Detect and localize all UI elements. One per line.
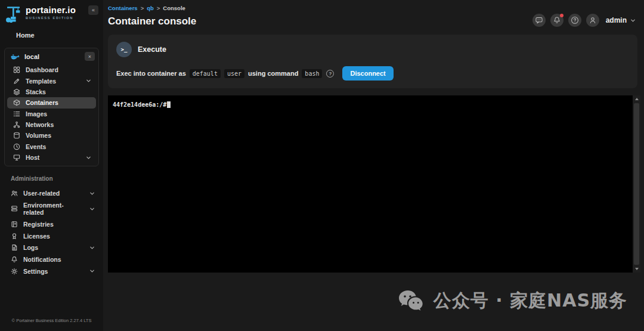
breadcrumb-separator: > — [141, 5, 144, 11]
users-icon — [11, 190, 18, 197]
notifications-icon — [11, 256, 18, 263]
sidebar-item-licenses[interactable]: Licenses — [0, 230, 103, 242]
close-icon[interactable]: × — [85, 52, 95, 61]
dashboard-icon — [13, 66, 20, 73]
sidebar-item-containers[interactable]: Containers — [7, 97, 96, 108]
chevron-down-icon — [86, 155, 91, 160]
logo-text: portainer.io BUSINESS EDITION — [26, 5, 76, 20]
sidebar: portainer.io BUSINESS EDITION « Home — [0, 0, 103, 331]
breadcrumb-separator: > — [157, 5, 160, 11]
settings-icon — [11, 268, 18, 275]
sidebar-item-user-related[interactable]: User-related — [0, 187, 103, 199]
sidebar-item-label: Licenses — [23, 233, 95, 240]
app-subtitle: BUSINESS EDITION — [26, 16, 76, 20]
terminal[interactable]: 44f2e14dee6a:/# — [108, 95, 633, 273]
user-menu[interactable]: admin — [606, 16, 636, 24]
description-text: Exec into container as — [116, 70, 186, 77]
chevron-down-icon — [89, 206, 95, 212]
sidebar-item-networks[interactable]: Networks — [7, 119, 96, 130]
help-icon — [571, 16, 579, 24]
breadcrumb: Containers>qb>Console — [108, 5, 637, 11]
sidebar-item-notifications[interactable]: Notifications — [0, 253, 103, 265]
code-chip: default — [190, 69, 221, 78]
administration-section: Administration User-relatedEnvironment-r… — [0, 175, 103, 277]
stacks-icon — [13, 88, 20, 95]
administration-menu: User-relatedEnvironment-relatedRegistrie… — [0, 187, 103, 277]
scroll-down-button[interactable] — [633, 265, 640, 273]
sidebar-item-label: Networks — [26, 121, 91, 128]
sidebar-item-label: Host — [26, 154, 80, 161]
sidebar-item-host[interactable]: Host — [7, 152, 96, 163]
wechat-icon — [398, 289, 425, 313]
bell-icon — [553, 16, 561, 24]
chevron-down-icon — [86, 78, 91, 83]
chevron-down-icon — [89, 245, 95, 250]
execute-panel: >_ Execute Exec into container asdefault… — [108, 35, 637, 88]
help-button[interactable] — [568, 14, 581, 27]
chevron-down-icon — [89, 191, 95, 196]
sidebar-item-label: Stacks — [26, 88, 91, 95]
environments-icon — [11, 205, 18, 212]
sidebar-item-label: User-related — [23, 190, 84, 197]
networks-icon — [13, 121, 20, 128]
images-icon — [13, 110, 20, 117]
sidebar-item-events[interactable]: Events — [7, 141, 96, 152]
registries-icon — [11, 221, 18, 228]
sidebar-item-label: Templates — [26, 78, 80, 85]
terminal-prompt: 44f2e14dee6a:/# — [113, 101, 166, 108]
user-button[interactable] — [586, 14, 599, 27]
disconnect-button[interactable]: Disconnect — [342, 66, 393, 81]
execute-description: Exec into container asdefaultuserusing c… — [116, 69, 322, 78]
volumes-icon — [13, 132, 20, 139]
breadcrumb-item-qb[interactable]: qb — [147, 5, 154, 11]
sidebar-item-settings[interactable]: Settings — [0, 265, 103, 277]
main-content: Containers>qb>Console Container console … — [103, 0, 644, 331]
execute-panel-header: >_ Execute — [116, 42, 629, 57]
bell-button[interactable] — [550, 14, 564, 27]
sidebar-item-registries[interactable]: Registries — [0, 218, 103, 230]
environment-panel: local × DashboardTemplatesStacksContaine… — [4, 48, 99, 166]
events-icon — [13, 143, 20, 150]
sidebar-item-label: Registries — [23, 221, 95, 228]
sidebar-item-label: Logs — [23, 244, 84, 251]
sidebar-item-logs[interactable]: Logs — [0, 242, 103, 254]
watermark-text: 公众号 · 家庭NAS服务 — [434, 289, 627, 313]
sidebar-item-label: Volumes — [26, 132, 91, 139]
sidebar-item-volumes[interactable]: Volumes — [7, 130, 96, 141]
terminal-cursor — [167, 101, 171, 108]
sidebar-item-images[interactable]: Images — [7, 109, 96, 119]
sidebar-item-stacks[interactable]: Stacks — [7, 86, 96, 97]
chevron-down-icon — [630, 18, 636, 23]
sidebar-item-label: Containers — [26, 99, 91, 106]
sidebar-item-home[interactable]: Home — [0, 24, 103, 45]
breadcrumb-item-containers[interactable]: Containers — [108, 5, 138, 11]
docker-whale-icon — [11, 53, 20, 60]
scroll-up-button[interactable] — [633, 95, 640, 103]
chat-button[interactable] — [532, 14, 546, 27]
execute-description-row: Exec into container asdefaultuserusing c… — [116, 66, 629, 81]
notification-badge — [560, 14, 564, 17]
code-chip: bash — [302, 69, 322, 78]
arrow-up-icon — [635, 98, 639, 100]
code-chip: user — [224, 69, 244, 78]
portainer-logo-icon — [5, 5, 22, 23]
help-tooltip-icon[interactable]: ? — [326, 70, 334, 78]
page-header: Containers>qb>Console Container console … — [103, 0, 644, 27]
logo: portainer.io BUSINESS EDITION « — [0, 0, 103, 24]
environment-header[interactable]: local × — [5, 48, 98, 64]
sidebar-item-label: Dashboard — [26, 66, 91, 73]
licenses-icon — [11, 233, 18, 240]
terminal-scrollbar[interactable] — [633, 95, 640, 273]
containers-icon — [13, 99, 20, 106]
environment-menu: DashboardTemplatesStacksContainersImages… — [5, 64, 98, 163]
sidebar-item-dashboard[interactable]: Dashboard — [7, 64, 96, 75]
sidebar-item-environment-related[interactable]: Environment-related — [0, 199, 103, 218]
scrollbar-thumb[interactable] — [634, 103, 639, 265]
terminal-container: 44f2e14dee6a:/# — [108, 95, 640, 273]
sidebar-item-label: Images — [26, 110, 91, 117]
sidebar-collapse-button[interactable]: « — [88, 5, 98, 15]
sidebar-item-label: Home — [16, 32, 35, 39]
sidebar-footer-version: © Portainer Business Edition 2.27.4 LTS — [0, 312, 103, 331]
sidebar-item-label: Notifications — [23, 256, 95, 263]
sidebar-item-templates[interactable]: Templates — [7, 75, 96, 86]
